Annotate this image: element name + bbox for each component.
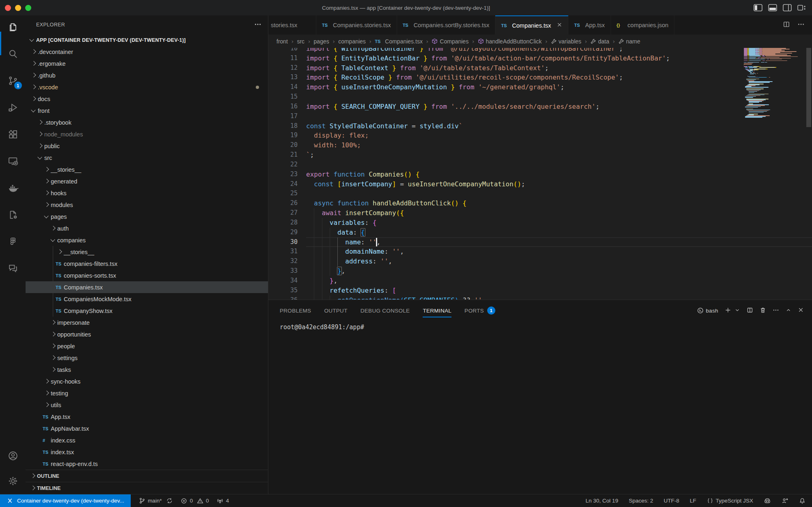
code-line-22[interactable]: 22 bbox=[268, 160, 812, 170]
docker-icon[interactable] bbox=[7, 182, 19, 194]
feedback-item[interactable] bbox=[782, 498, 788, 504]
tree-folder-generated[interactable]: generated bbox=[26, 175, 268, 187]
tree-folder--storybook[interactable]: .storybook bbox=[26, 117, 268, 128]
minimap[interactable] bbox=[742, 48, 802, 300]
breadcrumb-item-handleaddbuttonclick[interactable]: handleAddButtonClick bbox=[478, 38, 542, 45]
terminal-shell-item[interactable]: bash bbox=[697, 307, 718, 314]
editor-tab-stories-tsx[interactable]: stories.tsx bbox=[268, 15, 316, 35]
line-content[interactable]: import { WithTopBarContainer } from '@/u… bbox=[306, 48, 812, 54]
tree-folder-people[interactable]: people bbox=[26, 340, 268, 352]
code-line-21[interactable]: 21`; bbox=[268, 150, 812, 160]
eol-item[interactable]: LF bbox=[690, 498, 696, 504]
editor-tab-app-tsx[interactable]: TSApp.tsx bbox=[568, 15, 611, 35]
accounts-icon[interactable] bbox=[7, 450, 19, 462]
sidebar-section-timeline[interactable]: TIMELINE bbox=[26, 482, 268, 494]
code-line-33[interactable]: 33 }, bbox=[268, 266, 812, 276]
tree-folder-node-modules[interactable]: node_modules bbox=[26, 128, 268, 140]
tree-folder-docs[interactable]: docs bbox=[26, 93, 268, 105]
breadcrumb-item-pages[interactable]: pages bbox=[314, 38, 329, 45]
breadcrumb-item-companies[interactable]: Companies bbox=[432, 38, 469, 45]
code-line-29[interactable]: 29 data: { bbox=[268, 228, 812, 237]
search-icon[interactable] bbox=[7, 48, 19, 60]
code-line-16[interactable]: 16import { SEARCH_COMPANY_QUERY } from '… bbox=[268, 102, 812, 112]
new-terminal-icon[interactable] bbox=[725, 307, 731, 315]
line-content[interactable]: `; bbox=[306, 150, 812, 160]
notifications-item[interactable] bbox=[799, 498, 806, 504]
line-number[interactable]: 29 bbox=[268, 228, 306, 237]
line-number[interactable]: 22 bbox=[268, 160, 306, 170]
code-line-15[interactable]: 15 bbox=[268, 92, 812, 102]
tree-folder-hooks[interactable]: hooks bbox=[26, 187, 268, 199]
tree-folder-front[interactable]: front bbox=[26, 105, 268, 117]
editor-tab-companies-json[interactable]: {}companies.json bbox=[611, 15, 675, 35]
code-line-14[interactable]: 14import { useInsertOneCompanyMutation }… bbox=[268, 82, 812, 92]
cursor-position-item[interactable]: Ln 30, Col 19 bbox=[585, 498, 618, 504]
tree-folder-auth[interactable]: auth bbox=[26, 222, 268, 234]
code-line-32[interactable]: 32 address: '', bbox=[268, 257, 812, 266]
panel-tab-ports[interactable]: PORTS1 bbox=[464, 300, 495, 321]
tree-folder-public[interactable]: public bbox=[26, 140, 268, 152]
code-line-18[interactable]: 18const StyledTableContainer = styled.di… bbox=[268, 121, 812, 131]
line-content[interactable]: async function handleAddButtonClick() { bbox=[306, 198, 812, 208]
git-branch-item[interactable]: main* bbox=[139, 497, 173, 504]
breadcrumb-item-companies-tsx[interactable]: TSCompanies.tsx bbox=[375, 38, 423, 45]
code-line-23[interactable]: 23export function Companies() { bbox=[268, 170, 812, 179]
tree-file-companies-filters-tsx[interactable]: TScompanies-filters.tsx bbox=[26, 258, 268, 270]
tree-folder--devcontainer[interactable]: .devcontainer bbox=[26, 46, 268, 58]
explorer-icon[interactable] bbox=[7, 21, 19, 33]
line-number[interactable]: 28 bbox=[268, 218, 306, 228]
line-content[interactable]: }, bbox=[306, 276, 812, 286]
line-number[interactable]: 13 bbox=[268, 73, 306, 82]
tree-folder-utils[interactable]: utils bbox=[26, 399, 268, 411]
tree-folder-companies[interactable]: companies bbox=[26, 234, 268, 246]
line-number[interactable]: 19 bbox=[268, 131, 306, 140]
tree-folder--ergomake[interactable]: .ergomake bbox=[26, 58, 268, 69]
breadcrumb-item-data[interactable]: data bbox=[590, 38, 609, 45]
code-line-12[interactable]: 12import { TableContext } from '@/ui/tab… bbox=[268, 63, 812, 73]
tree-file-index-css[interactable]: #index.css bbox=[26, 434, 268, 446]
code-line-24[interactable]: 24 const [insertCompany] = useInsertOneC… bbox=[268, 179, 812, 189]
editor-scrollbar[interactable] bbox=[806, 48, 811, 127]
tree-folder-settings[interactable]: settings bbox=[26, 352, 268, 364]
line-content[interactable]: address: '', bbox=[306, 257, 812, 266]
breadcrumb-item-name[interactable]: name bbox=[618, 38, 640, 45]
editor-more-actions-icon[interactable] bbox=[797, 21, 805, 30]
tree-folder--stories-[interactable]: __stories__ bbox=[26, 164, 268, 175]
dev-container-config-icon[interactable] bbox=[7, 209, 19, 221]
code-line-11[interactable]: 11import { EntityTableActionBar } from '… bbox=[268, 54, 812, 63]
explorer-more-actions-icon[interactable] bbox=[254, 21, 261, 29]
line-number[interactable]: 12 bbox=[268, 63, 306, 73]
tree-folder--stories-[interactable]: __stories__ bbox=[26, 246, 268, 258]
code-line-28[interactable]: 28 variables: { bbox=[268, 218, 812, 228]
line-number[interactable]: 32 bbox=[268, 257, 306, 266]
line-content[interactable]: const StyledTableContainer = styled.div` bbox=[306, 121, 812, 131]
panel-tab-problems[interactable]: PROBLEMS bbox=[280, 300, 311, 321]
code-line-34[interactable]: 34 }, bbox=[268, 276, 812, 286]
tree-file-appnavbar-tsx[interactable]: TSAppNavbar.tsx bbox=[26, 423, 268, 434]
line-content[interactable]: }, bbox=[306, 266, 812, 276]
toggle-panel-icon[interactable] bbox=[768, 4, 777, 11]
sidebar-section-outline[interactable]: OUTLINE bbox=[26, 470, 268, 482]
tree-file-companiesmockmode-tsx[interactable]: TSCompaniesMockMode.tsx bbox=[26, 293, 268, 305]
line-number[interactable]: 21 bbox=[268, 150, 306, 160]
tree-file-companies-sorts-tsx[interactable]: TScompanies-sorts.tsx bbox=[26, 270, 268, 281]
line-content[interactable] bbox=[306, 189, 812, 198]
code-line-25[interactable]: 25 bbox=[268, 189, 812, 198]
line-number[interactable]: 25 bbox=[268, 189, 306, 198]
tree-folder--github[interactable]: .github bbox=[26, 69, 268, 81]
customize-layout-icon[interactable] bbox=[797, 4, 806, 11]
tree-file-companyshow-tsx[interactable]: TSCompanyShow.tsx bbox=[26, 305, 268, 317]
workspace-section-header[interactable]: APP [CONTAINER DEV-TWENTY-DEV (DEV-TWENT… bbox=[26, 34, 268, 46]
remote-indicator[interactable]: Container dev-twenty-dev (dev-twenty-dev… bbox=[0, 494, 131, 507]
tree-file-companies-tsx[interactable]: TSCompanies.tsx bbox=[26, 281, 268, 293]
maximize-panel-icon[interactable] bbox=[786, 307, 791, 314]
extensions-icon[interactable] bbox=[7, 128, 19, 140]
line-number[interactable]: 30 bbox=[268, 237, 306, 247]
line-content[interactable]: await insertCompany({ bbox=[306, 208, 812, 218]
code-line-30[interactable]: 30 name: '', bbox=[268, 237, 812, 247]
breadcrumb-item-src[interactable]: src bbox=[297, 38, 304, 45]
toggle-secondary-sidebar-icon[interactable] bbox=[783, 4, 792, 11]
line-number[interactable]: 18 bbox=[268, 121, 306, 131]
settings-icon[interactable] bbox=[7, 475, 19, 487]
tree-file-index-tsx[interactable]: TSindex.tsx bbox=[26, 446, 268, 458]
